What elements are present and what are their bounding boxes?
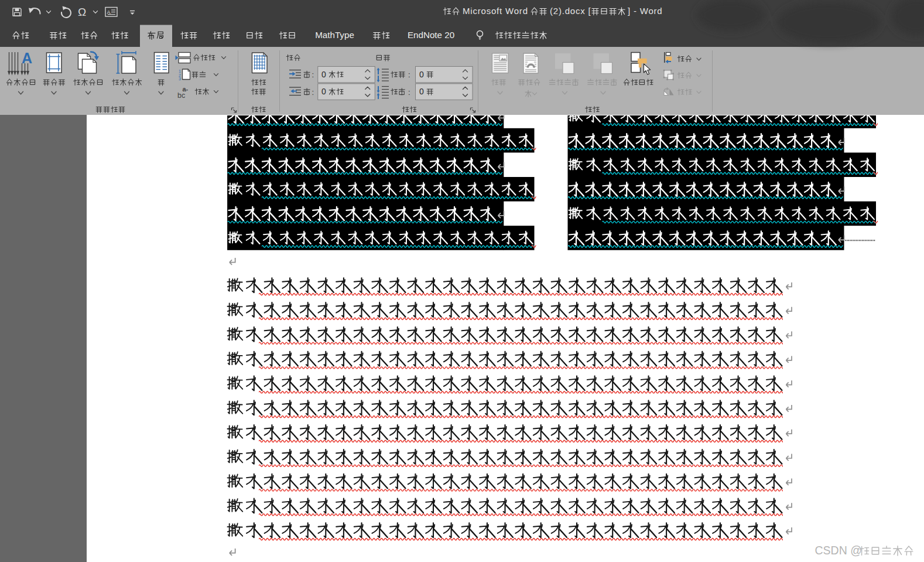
svg-text::: : bbox=[408, 70, 410, 79]
svg-text:] - Word: ] - Word bbox=[628, 6, 662, 16]
svg-text:A: A bbox=[22, 50, 32, 66]
svg-text:0: 0 bbox=[419, 70, 424, 79]
svg-text:0: 0 bbox=[321, 70, 326, 79]
svg-text::: : bbox=[408, 88, 410, 97]
svg-text::: : bbox=[312, 70, 314, 79]
svg-text:CSDN @: CSDN @ bbox=[815, 544, 862, 557]
svg-text:bc: bc bbox=[177, 91, 185, 100]
svg-text:0: 0 bbox=[419, 87, 424, 96]
svg-text:EndNote 20: EndNote 20 bbox=[408, 30, 454, 40]
svg-text::: : bbox=[312, 88, 314, 97]
svg-text:0: 0 bbox=[321, 87, 326, 96]
svg-text:Microsoft Word: Microsoft Word bbox=[463, 6, 528, 16]
svg-text:3: 3 bbox=[179, 77, 181, 81]
svg-text:(2).docx [: (2).docx [ bbox=[550, 6, 591, 16]
svg-text:MathType: MathType bbox=[315, 30, 354, 40]
svg-text:Ω: Ω bbox=[78, 6, 86, 18]
